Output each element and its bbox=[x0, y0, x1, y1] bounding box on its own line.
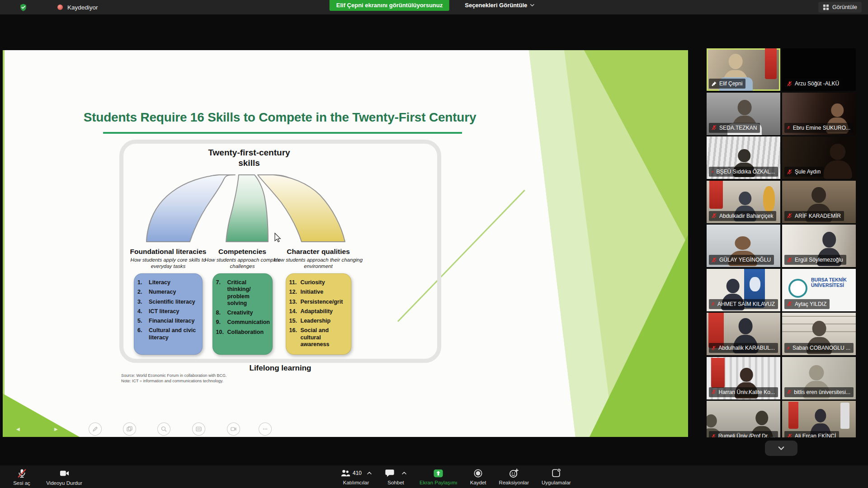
chat-label: Sohbet bbox=[387, 480, 404, 485]
list-item: 14.Adaptability bbox=[289, 308, 349, 315]
mic-muted-icon bbox=[787, 213, 793, 219]
item-number: 2. bbox=[137, 289, 149, 296]
list-item: 16.Social and cultural awareness bbox=[289, 327, 349, 348]
participant-name-bar: Arzu Söğüt -ALKÜ bbox=[784, 79, 842, 89]
record-button[interactable]: Kaydet bbox=[470, 468, 486, 485]
participant-name: Arzu Söğüt -ALKÜ bbox=[795, 80, 839, 87]
mic-muted-icon bbox=[787, 125, 791, 131]
participant-name-bar: SEDA.TEZKAN bbox=[709, 123, 760, 133]
participant-name: ARİF KARADEMİR bbox=[795, 213, 841, 219]
participants-icon bbox=[340, 468, 350, 479]
item-number: 13. bbox=[289, 299, 301, 305]
flag-decor bbox=[788, 402, 798, 429]
item-text: Curiosity bbox=[301, 279, 325, 286]
funnel-diagram bbox=[136, 145, 443, 258]
recording-indicator: Kaydediyor bbox=[19, 0, 98, 14]
mic-muted-icon bbox=[711, 257, 717, 263]
participant-tile-aytac-yildiz[interactable]: BURSA TEKNİK ÜNİVERSİTESİ Aytaç YILDIZ bbox=[782, 269, 856, 311]
share-screen-button[interactable]: Ekran Paylaşımı bbox=[420, 468, 458, 485]
participant-tile-seda-tezkan[interactable]: SEDA.TEZKAN bbox=[707, 93, 780, 135]
note-line: Note: ICT = information and communicatio… bbox=[121, 378, 226, 384]
list-item: 7.Critical thinking/ problem solving bbox=[216, 279, 271, 307]
participant-name: Aytaç YILDIZ bbox=[795, 301, 826, 307]
meeting-toolbar: Sesi aç Videoyu Durdur 410 Katılımcılar … bbox=[0, 465, 868, 488]
mic-muted-icon bbox=[711, 301, 715, 307]
participant-tile-saban-cobanoglu[interactable]: Saban COBANOGLU ... bbox=[782, 313, 856, 355]
participant-tile-gulay-yeginoglu[interactable]: GÜLAY YEGİNOĞLU bbox=[707, 225, 780, 267]
source-note: Source: World Economic Forum in collabor… bbox=[121, 373, 226, 384]
unmute-button[interactable]: Sesi aç bbox=[9, 468, 34, 486]
participant-tile-abdulhalik-karabulut[interactable]: Abdulhalik KARABUL... bbox=[707, 313, 780, 355]
notes-list-button[interactable] bbox=[192, 422, 205, 436]
participant-tile-bitlis-eren[interactable]: bitlis eren üniversitesi... bbox=[782, 357, 856, 399]
item-text: Literacy bbox=[149, 279, 170, 286]
participant-tile-ali-ercan-ekinci[interactable]: Ali Ercan EKİNCİ bbox=[782, 401, 856, 437]
participant-name: Abdulkadir Baharçiçek bbox=[719, 213, 773, 219]
participant-name-bar: Harran Üniv.Kalite Ko... bbox=[709, 387, 778, 397]
column-heading: Character qualities bbox=[273, 248, 363, 256]
next-slide-arrow[interactable]: ▶ bbox=[54, 427, 58, 432]
list-item: 4.ICT literacy bbox=[137, 308, 201, 315]
participant-tile-ahmet-saim-kilavuz[interactable]: AHMET SAİM KILAVUZ bbox=[707, 269, 780, 311]
chat-chevron[interactable] bbox=[401, 470, 407, 476]
item-text: Persistence/grit bbox=[301, 299, 343, 305]
more-participants-button[interactable] bbox=[765, 441, 797, 456]
prev-slide-arrow[interactable]: ◀ bbox=[16, 427, 20, 432]
item-number: 15. bbox=[289, 318, 301, 324]
participants-chevron[interactable] bbox=[367, 470, 372, 476]
foundational-list: 1.Literacy 2.Numeracy 3.Scientific liter… bbox=[134, 273, 203, 355]
participant-tile-abdulkadir-baharcicek[interactable]: Abdulkadir Baharçiçek bbox=[707, 181, 780, 223]
reactions-button[interactable]: Reaksiyonlar bbox=[499, 468, 529, 485]
participant-tile-bseu-siddika[interactable]: BŞEÜ Sıddıka ÖZKAL... bbox=[707, 136, 780, 179]
view-options-button[interactable]: Seçenekleri Görüntüle bbox=[461, 0, 538, 10]
list-item: 6.Cultural and civic literacy bbox=[137, 327, 201, 341]
apps-button[interactable]: Uygulamalar bbox=[542, 468, 571, 485]
list-item: 13.Persistence/grit bbox=[289, 299, 349, 305]
participant-name-bar: AHMET SAİM KILAVUZ bbox=[709, 299, 778, 309]
character-list: 11.Curiosity 12.Initiative 13.Persistenc… bbox=[286, 273, 351, 355]
annotate-pen-button[interactable] bbox=[89, 422, 102, 436]
more-tools-button[interactable] bbox=[259, 422, 272, 436]
item-text: Critical thinking/ problem solving bbox=[227, 279, 271, 307]
participant-name: BŞEÜ Sıddıka ÖZKAL... bbox=[717, 169, 775, 175]
chat-button[interactable]: Sohbet bbox=[385, 468, 407, 485]
participants-button[interactable]: 410 Katılımcılar bbox=[340, 468, 372, 485]
item-number: 9. bbox=[216, 319, 227, 326]
item-text: Numeracy bbox=[149, 289, 176, 296]
view-button[interactable]: Görüntüle bbox=[818, 2, 862, 13]
item-number: 4. bbox=[137, 308, 149, 315]
pin-icon bbox=[711, 81, 717, 87]
slides-copy-button[interactable] bbox=[123, 422, 136, 436]
zoom-search-button[interactable] bbox=[157, 422, 170, 436]
list-item: 15.Leadership bbox=[289, 318, 349, 324]
item-number: 8. bbox=[216, 310, 227, 316]
participant-tile-ebru-sukuro[interactable]: Ebru Emine SUKURO... bbox=[782, 93, 856, 135]
camera-view-button[interactable] bbox=[227, 422, 240, 436]
record-label: Kaydet bbox=[470, 480, 486, 485]
security-shield-icon[interactable] bbox=[19, 3, 28, 12]
university-logo-text: BURSA TEKNİK ÜNİVERSİTESİ bbox=[811, 277, 853, 288]
participant-name-bar: ARİF KARADEMİR bbox=[784, 211, 844, 221]
participant-tile-harran-univ[interactable]: Harran Üniv.Kalite Ko... bbox=[707, 357, 780, 399]
participant-name: AHMET SAİM KILAVUZ bbox=[717, 301, 775, 307]
item-number: 3. bbox=[137, 299, 149, 305]
participant-tile-arif-karademir[interactable]: ARİF KARADEMİR bbox=[782, 181, 856, 223]
unmute-label: Sesi aç bbox=[13, 480, 30, 486]
item-text: Leadership bbox=[301, 318, 331, 324]
item-text: Scientific literacy bbox=[149, 299, 195, 305]
participant-name-bar: GÜLAY YEGİNOĞLU bbox=[709, 255, 774, 265]
participant-tile-elif-cepni[interactable]: Elif Çepni bbox=[707, 48, 780, 91]
list-item: 5.Financial literacy bbox=[137, 318, 201, 324]
item-number: 7. bbox=[216, 279, 227, 307]
participant-tile-arzu-sogut[interactable]: Arzu Söğüt -ALKÜ bbox=[782, 48, 856, 91]
participant-name-bar: Rumeli Üniv /Prof Dr. ... bbox=[709, 431, 778, 437]
participant-tile-rumeli-univ[interactable]: Rumeli Üniv /Prof Dr. ... bbox=[707, 401, 780, 437]
apps-icon bbox=[551, 468, 561, 478]
participant-tile-ergul-soylemezoglu[interactable]: Ergül Söylemezoğlu bbox=[782, 225, 856, 267]
flag-decor bbox=[840, 403, 849, 429]
participant-tile-sule-aydin[interactable]: Şule Aydın bbox=[782, 136, 856, 179]
stop-video-button[interactable]: Videoyu Durdur bbox=[44, 468, 84, 486]
view-options-label: Seçenekleri Görüntüle bbox=[465, 2, 527, 9]
list-item: 9.Communication bbox=[216, 319, 271, 326]
item-text: Communication bbox=[227, 319, 270, 326]
